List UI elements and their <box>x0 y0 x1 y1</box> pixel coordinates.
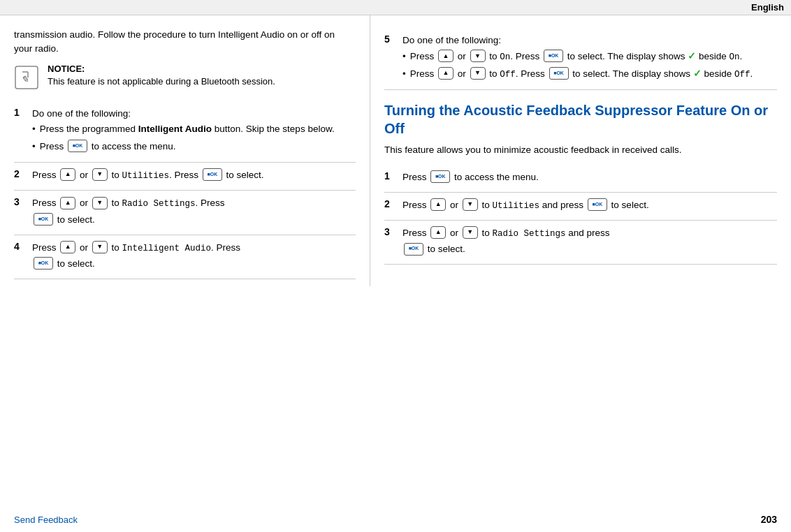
main-content: transmission audio. Follow the procedure… <box>0 15 791 286</box>
ok-button-icon: ■OK <box>34 213 53 226</box>
step-4-text: Press or to Intelligent Audio. Press <box>32 241 356 256</box>
step-4-text-2: ■OK to select. <box>32 257 356 272</box>
right-step-2: 2 Press or to Utilities and press ■OK to… <box>384 193 777 221</box>
top-bar: English <box>0 0 791 15</box>
step-1-content: Do one of the following: Press the progr… <box>32 107 356 156</box>
step-5-intro: Do one of the following: <box>402 34 777 48</box>
svg-text:✎: ✎ <box>21 74 29 84</box>
language-label: English <box>751 2 784 13</box>
left-column: transmission audio. Follow the procedure… <box>0 15 370 286</box>
page-number: 203 <box>761 514 777 525</box>
step-1: 1 Do one of the following: Press the pro… <box>14 101 356 163</box>
section-intro: This feature allows you to minimize acou… <box>384 143 777 157</box>
step-2-num: 2 <box>14 168 27 179</box>
step-5-bullets: Press or to On. Press ■OK to select. The… <box>402 50 777 82</box>
right-column: 5 Do one of the following: Press or to O… <box>370 15 791 286</box>
footer: Send Feedback 203 <box>0 514 791 525</box>
step-4-content: Press or to Intelligent Audio. Press ■OK… <box>32 241 356 273</box>
step-2-text: Press or to Utilities. Press ■OK to sele… <box>32 168 356 183</box>
ok-button-icon: ■OK <box>34 257 53 269</box>
step-3-text-2: ■OK to select. <box>32 213 356 228</box>
step-5: 5 Do one of the following: Press or to O… <box>384 28 777 90</box>
step-5-bullet-2: Press or to Off. Press ■OK to select. Th… <box>402 67 777 82</box>
right-step-3-content: Press or to Radio Settings and press ■OK… <box>402 226 777 258</box>
send-feedback-link[interactable]: Send Feedback <box>14 515 78 525</box>
ok-button-icon: ■OK <box>203 168 222 181</box>
up-arrow-icon <box>430 198 446 211</box>
right-step-1-num: 1 <box>384 170 397 182</box>
ok-button-icon: ■OK <box>544 50 563 62</box>
step-1-bullet-2: Press ■OK to access the menu. <box>32 140 356 154</box>
notice-title: NOTICE: <box>48 64 275 74</box>
right-step-1-content: Press ■OK to access the menu. <box>402 170 777 186</box>
down-arrow-icon <box>92 197 108 209</box>
ok-button-icon: ■OK <box>549 67 569 80</box>
right-step-3-num: 3 <box>384 226 397 237</box>
right-step-2-text: Press or to Utilities and press ■OK to s… <box>402 198 777 213</box>
up-arrow-icon <box>60 241 75 253</box>
down-arrow-icon <box>463 226 478 239</box>
right-step-3-text: Press or to Radio Settings and press <box>402 226 777 241</box>
up-arrow-icon <box>438 50 453 62</box>
right-step-3: 3 Press or to Radio Settings and press ■… <box>384 221 777 265</box>
step-5-bullet-1: Press or to On. Press ■OK to select. The… <box>402 50 777 64</box>
right-step-1-text: Press ■OK to access the menu. <box>402 170 777 185</box>
step-5-content: Do one of the following: Press or to On.… <box>402 34 777 84</box>
up-arrow-icon <box>438 67 453 80</box>
step-1-bullets: Press the programmed Intelligent Audio b… <box>32 122 356 154</box>
down-arrow-icon <box>463 198 478 211</box>
down-arrow-icon <box>470 67 486 80</box>
right-step-2-content: Press or to Utilities and press ■OK to s… <box>402 198 777 214</box>
up-arrow-icon <box>60 197 75 209</box>
up-arrow-icon <box>430 226 446 239</box>
section-heading: Turning the Acoustic Feedback Suppressor… <box>384 101 777 138</box>
right-step-3-text-2: ■OK to select. <box>402 242 777 257</box>
step-3-content: Press or to Radio Settings. Press ■OK to… <box>32 196 356 228</box>
down-arrow-icon <box>92 168 108 181</box>
ok-button-icon: ■OK <box>68 140 87 152</box>
notice-icon: ✎ <box>14 65 39 90</box>
ok-button-icon: ■OK <box>404 243 423 256</box>
step-2-content: Press or to Utilities. Press ■OK to sele… <box>32 168 356 184</box>
step-1-intro: Do one of the following: <box>32 107 356 121</box>
step-5-num: 5 <box>384 34 397 45</box>
up-arrow-icon <box>60 168 75 181</box>
down-arrow-icon <box>92 241 108 253</box>
right-step-2-num: 2 <box>384 198 397 209</box>
ok-button-icon: ■OK <box>588 198 607 211</box>
step-4: 4 Press or to Intelligent Audio. Press ■… <box>14 235 356 279</box>
down-arrow-icon <box>470 50 486 62</box>
right-step-1: 1 Press ■OK to access the menu. <box>384 165 777 193</box>
step-3-text: Press or to Radio Settings. Press <box>32 196 356 211</box>
left-intro-text: transmission audio. Follow the procedure… <box>14 28 356 57</box>
step-2: 2 Press or to Utilities. Press ■OK to se… <box>14 163 356 191</box>
step-1-bullet-1: Press the programmed Intelligent Audio b… <box>32 122 356 136</box>
ok-button-icon: ■OK <box>430 170 450 183</box>
step-1-num: 1 <box>14 107 27 118</box>
notice-body: This feature is not applicable during a … <box>48 75 275 88</box>
notice-text: NOTICE: This feature is not applicable d… <box>48 64 275 88</box>
step-3-num: 3 <box>14 196 27 207</box>
step-3: 3 Press or to Radio Settings. Press ■OK … <box>14 191 356 235</box>
step-4-num: 4 <box>14 241 27 252</box>
notice-box: ✎ NOTICE: This feature is not applicable… <box>14 64 356 90</box>
